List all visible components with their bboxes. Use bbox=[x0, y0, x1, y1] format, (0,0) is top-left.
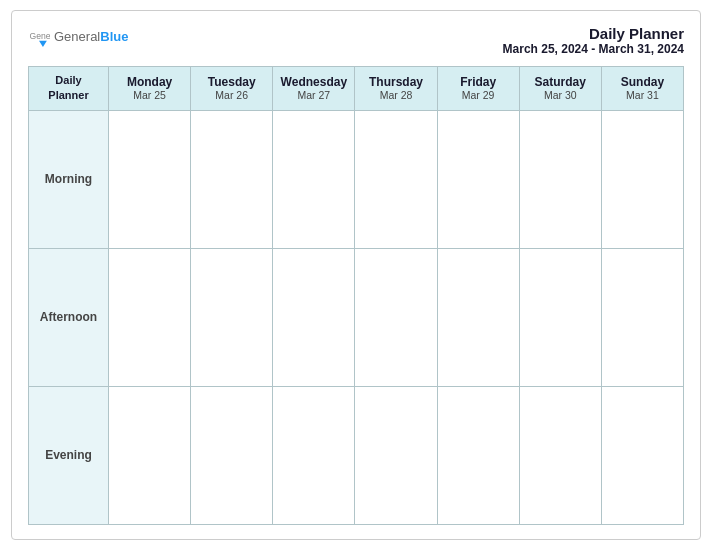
row-morning: Morning bbox=[29, 110, 684, 248]
row-label-morning: Morning bbox=[29, 110, 109, 248]
cell-monday-evening[interactable] bbox=[109, 386, 191, 524]
col-header-friday: Friday Mar 29 bbox=[437, 67, 519, 111]
col-header-sunday: Sunday Mar 31 bbox=[601, 67, 683, 111]
cell-monday-morning[interactable] bbox=[109, 110, 191, 248]
cell-thursday-evening[interactable] bbox=[355, 386, 437, 524]
col-header-tuesday: Tuesday Mar 26 bbox=[191, 67, 273, 111]
cell-sunday-evening[interactable] bbox=[601, 386, 683, 524]
logo-text: GeneralBlue bbox=[54, 27, 128, 45]
generalblue-logo-icon: General bbox=[28, 25, 50, 47]
row-label-afternoon: Afternoon bbox=[29, 248, 109, 386]
planner-title: Daily Planner bbox=[503, 25, 684, 42]
svg-text:General: General bbox=[30, 31, 50, 41]
row-afternoon: Afternoon bbox=[29, 248, 684, 386]
col-header-saturday: Saturday Mar 30 bbox=[519, 67, 601, 111]
cell-saturday-evening[interactable] bbox=[519, 386, 601, 524]
svg-marker-1 bbox=[39, 41, 47, 47]
planner-subtitle: March 25, 2024 - March 31, 2024 bbox=[503, 42, 684, 56]
row-evening: Evening bbox=[29, 386, 684, 524]
col-header-monday: Monday Mar 25 bbox=[109, 67, 191, 111]
cell-friday-afternoon[interactable] bbox=[437, 248, 519, 386]
cell-sunday-afternoon[interactable] bbox=[601, 248, 683, 386]
col-header-wednesday: Wednesday Mar 27 bbox=[273, 67, 355, 111]
logo-blue: Blue bbox=[100, 29, 128, 44]
cell-thursday-morning[interactable] bbox=[355, 110, 437, 248]
cell-monday-afternoon[interactable] bbox=[109, 248, 191, 386]
table-header-label: Daily Planner bbox=[29, 67, 109, 111]
cell-tuesday-afternoon[interactable] bbox=[191, 248, 273, 386]
header: General GeneralBlue Daily Planner March … bbox=[28, 25, 684, 56]
cell-wednesday-evening[interactable] bbox=[273, 386, 355, 524]
cell-saturday-afternoon[interactable] bbox=[519, 248, 601, 386]
cell-sunday-morning[interactable] bbox=[601, 110, 683, 248]
cell-wednesday-morning[interactable] bbox=[273, 110, 355, 248]
cell-thursday-afternoon[interactable] bbox=[355, 248, 437, 386]
cell-friday-evening[interactable] bbox=[437, 386, 519, 524]
row-label-evening: Evening bbox=[29, 386, 109, 524]
cell-tuesday-evening[interactable] bbox=[191, 386, 273, 524]
planner-page: General GeneralBlue Daily Planner March … bbox=[11, 10, 701, 540]
calendar-table: Daily Planner Monday Mar 25 Tuesday Mar … bbox=[28, 66, 684, 525]
title-area: Daily Planner March 25, 2024 - March 31,… bbox=[503, 25, 684, 56]
logo-area: General GeneralBlue bbox=[28, 25, 128, 47]
cell-friday-morning[interactable] bbox=[437, 110, 519, 248]
cell-wednesday-afternoon[interactable] bbox=[273, 248, 355, 386]
logo-general: General bbox=[54, 29, 100, 44]
cell-saturday-morning[interactable] bbox=[519, 110, 601, 248]
col-header-thursday: Thursday Mar 28 bbox=[355, 67, 437, 111]
cell-tuesday-morning[interactable] bbox=[191, 110, 273, 248]
